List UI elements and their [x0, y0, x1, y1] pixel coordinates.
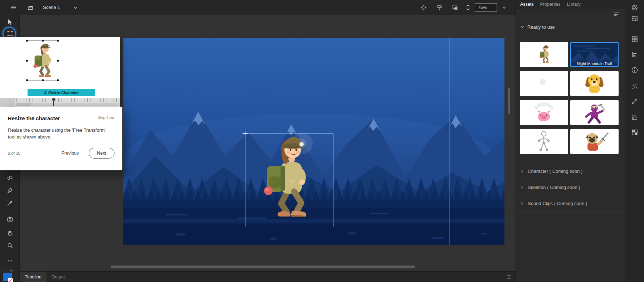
right-panel-strip [625, 0, 644, 282]
section-ready-label: Ready to use [527, 24, 555, 30]
tutorial-preview-card: 2. Resize Character [0, 37, 120, 107]
menu-icon[interactable] [7, 1, 19, 14]
paint-bucket-tool[interactable] [0, 184, 20, 196]
rotate-tool-icon[interactable] [433, 1, 445, 14]
next-button[interactable]: Next [89, 148, 114, 159]
section-skeleton[interactable]: Skeleton ( Coming soon ) [516, 179, 625, 195]
app-window: Scene 1 [0, 0, 644, 282]
assets-panel: Assets Properties Library Ready to use [516, 0, 625, 282]
tab-library[interactable]: Library [567, 2, 581, 7]
info-panel-icon[interactable] [630, 66, 639, 74]
asset-thumb-skeleton-rig[interactable] [520, 129, 568, 154]
preview-selection-box [27, 40, 58, 81]
chevron-right-icon [520, 169, 524, 173]
asset-grid: Night Mountain Trail [520, 42, 619, 154]
chevron-right-icon [520, 185, 524, 189]
tutorial-step-caption: 2. Resize Character [28, 89, 95, 96]
hand-tool[interactable] [0, 227, 20, 239]
section-ready-to-use[interactable]: Ready to use [516, 22, 625, 31]
asset-thumb-night-mountain-trail[interactable]: Night Mountain Trail [570, 42, 619, 67]
asset-sort-icon[interactable] [613, 11, 620, 18]
zoom-stepper[interactable] [465, 1, 471, 14]
camera-tool[interactable] [0, 213, 20, 225]
horizontal-scrollbar[interactable] [111, 266, 415, 268]
panel-menu-icon[interactable] [506, 274, 512, 280]
section-label: Character ( Coming soon ) [528, 169, 582, 174]
tutorial-popup: Resize the character Skip Tour Resize th… [0, 107, 122, 170]
transform-center-point[interactable] [291, 180, 294, 183]
previous-button[interactable]: Previous [62, 151, 79, 156]
asset-warp-panel-icon[interactable] [630, 97, 639, 106]
transform-corner-crosshair[interactable] [243, 131, 248, 136]
spritesheet-panel-icon[interactable] [630, 35, 639, 43]
asset-thumb-pug-with-sword[interactable] [570, 129, 619, 154]
swatches-panel-icon[interactable] [630, 14, 639, 23]
tutorial-body-text: Resize the character using the 'Free Tra… [8, 127, 112, 141]
preview-timeline-strip [0, 98, 120, 107]
eraser-tool[interactable] [0, 171, 20, 184]
chevron-down-icon [520, 25, 525, 29]
eyedropper-tool[interactable] [0, 197, 20, 209]
align-panel-icon[interactable] [630, 50, 639, 59]
asset-thumb-yellow-dog[interactable] [570, 71, 619, 96]
section-sound-clips[interactable]: Sound Clips ( Coming soon ) [516, 195, 625, 212]
frame-picker-panel-icon[interactable] [630, 128, 639, 137]
section-label: Sound Clips ( Coming soon ) [528, 201, 587, 206]
zoom-tool[interactable] [0, 239, 20, 252]
tab-properties[interactable]: Properties [540, 2, 561, 7]
curve-editor-panel-icon[interactable] [630, 113, 639, 121]
scene-icon[interactable] [24, 1, 36, 14]
skip-tour-button[interactable]: Skip Tour [97, 115, 114, 120]
top-bar: Scene 1 [0, 0, 516, 15]
asset-label: Night Mountain Trail [571, 62, 618, 66]
tab-output[interactable]: Output [47, 272, 70, 282]
tutorial-title: Resize the character [8, 115, 60, 121]
transform-selection-box[interactable] [245, 133, 333, 227]
tab-timeline[interactable]: Timeline [20, 272, 47, 282]
zoom-input[interactable] [475, 3, 497, 12]
asset-thumb-blank[interactable] [520, 71, 568, 96]
selection-tool[interactable] [0, 16, 20, 28]
stage-canvas[interactable] [123, 38, 504, 245]
chevron-right-icon [520, 201, 524, 205]
zoom-dropdown-chevron-icon[interactable] [501, 1, 508, 14]
section-label: Skeleton ( Coming soon ) [528, 185, 580, 190]
section-character[interactable]: Character ( Coming soon ) [516, 163, 625, 179]
tutorial-progress: 2 of 10 [8, 151, 20, 155]
asset-thumb-purple-ninja[interactable] [570, 100, 619, 125]
clip-content-icon[interactable] [449, 1, 461, 14]
coming-soon-sections: Character ( Coming soon ) Skeleton ( Com… [516, 163, 625, 212]
vertical-scrollbar[interactable] [508, 88, 510, 114]
scene-label[interactable]: Scene 1 [43, 5, 60, 10]
asset-thumb-hiker-character[interactable] [520, 42, 568, 67]
asset-thumb-pig-with-parachute[interactable] [520, 100, 568, 125]
brush-library-panel-icon[interactable] [630, 82, 639, 91]
bottom-panel-bar: Timeline Output [20, 271, 516, 282]
center-stage-icon[interactable] [418, 1, 430, 14]
color-panel-icon[interactable] [630, 3, 639, 12]
panel-tab-bar: Assets Properties Library [516, 0, 625, 9]
stroke-color-swatch[interactable] [8, 278, 13, 282]
scene-dropdown-chevron-icon[interactable] [69, 1, 82, 14]
tutorial-preview-stage [0, 37, 120, 89]
tab-assets[interactable]: Assets [520, 2, 534, 7]
